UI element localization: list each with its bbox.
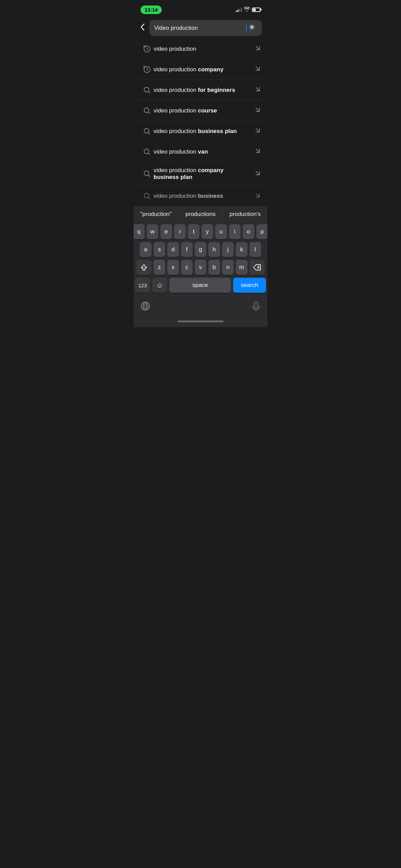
key-z[interactable]: z	[154, 260, 165, 275]
suggestion-text: video production van	[154, 148, 252, 155]
wifi-icon	[244, 7, 250, 12]
key-e[interactable]: e	[160, 224, 172, 239]
search-icon	[141, 170, 154, 178]
microphone-button[interactable]	[252, 301, 260, 313]
key-j[interactable]: j	[222, 242, 234, 257]
search-icon	[141, 192, 154, 200]
home-indicator	[134, 315, 267, 327]
key-h[interactable]: h	[208, 242, 220, 257]
shift-key[interactable]	[136, 260, 151, 275]
key-g[interactable]: g	[195, 242, 206, 257]
key-l[interactable]: l	[250, 242, 261, 257]
key-d[interactable]: d	[167, 242, 179, 257]
signal-icon	[236, 7, 242, 12]
numbers-key[interactable]: 123	[135, 278, 150, 293]
search-input-wrapper[interactable]: Video production	[149, 20, 262, 36]
suggestion-text: video production for beginners	[154, 87, 252, 94]
suggestion-text: video production company	[154, 66, 252, 73]
keyboard-bottom-row	[134, 298, 267, 315]
key-n[interactable]: n	[222, 260, 234, 275]
suggestion-text: video production business	[154, 193, 252, 200]
fill-arrow-icon[interactable]	[255, 193, 260, 200]
search-input[interactable]: Video production	[154, 25, 246, 32]
svg-rect-11	[254, 302, 258, 308]
key-x[interactable]: x	[167, 260, 179, 275]
key-row-zxcv: z x c v b n m	[135, 260, 266, 275]
keyboard-area: "production" productions production's q …	[134, 206, 267, 327]
key-q[interactable]: q	[134, 224, 145, 239]
key-m[interactable]: m	[236, 260, 247, 275]
keyboard-keys: q w e r t y u i o p a s d f g h j k l	[134, 221, 267, 298]
fill-arrow-icon[interactable]	[255, 170, 260, 178]
suggestion-text: video production business plan	[154, 128, 252, 135]
key-v[interactable]: v	[195, 260, 206, 275]
suggestion-text: video production course	[154, 107, 252, 114]
key-u[interactable]: u	[215, 224, 227, 239]
search-bar: Video production	[134, 17, 267, 39]
status-icons	[236, 7, 260, 12]
key-row-asdf: a s d f g h j k l	[135, 242, 266, 257]
key-p[interactable]: p	[256, 224, 267, 239]
suggestion-item[interactable]: video production business	[134, 186, 267, 206]
autocomplete-production-quoted[interactable]: "production"	[134, 207, 178, 221]
status-bar: 13:14	[134, 0, 267, 17]
search-icon	[141, 86, 154, 94]
suggestion-item[interactable]: video production company	[134, 59, 267, 80]
status-time: 13:14	[141, 5, 162, 14]
key-row-bottom: 123 ☺ space search	[135, 278, 266, 293]
suggestion-item[interactable]: video production companybusiness plan	[134, 162, 267, 186]
suggestion-item[interactable]: video production for beginners	[134, 80, 267, 100]
suggestion-text: video production	[154, 46, 252, 52]
delete-key[interactable]	[250, 260, 265, 275]
search-key[interactable]: search	[233, 278, 266, 293]
key-y[interactable]: y	[202, 224, 213, 239]
suggestion-item[interactable]: video production course	[134, 100, 267, 121]
emoji-key[interactable]: ☺	[152, 278, 167, 293]
key-a[interactable]: a	[140, 242, 151, 257]
key-c[interactable]: c	[181, 260, 193, 275]
space-key[interactable]: space	[169, 278, 231, 293]
search-icon	[141, 107, 154, 114]
key-f[interactable]: f	[181, 242, 193, 257]
suggestion-item[interactable]: video production business plan	[134, 121, 267, 142]
key-i[interactable]: i	[229, 224, 241, 239]
key-r[interactable]: r	[174, 224, 186, 239]
fill-arrow-icon[interactable]	[255, 148, 260, 155]
history-icon	[141, 45, 154, 53]
home-indicator-bar	[178, 321, 223, 322]
key-w[interactable]: w	[147, 224, 158, 239]
history-icon	[141, 66, 154, 73]
suggestion-item[interactable]: video production	[134, 39, 267, 59]
fill-arrow-icon[interactable]	[255, 107, 260, 114]
key-row-qwerty: q w e r t y u i o p	[135, 224, 266, 239]
suggestion-item[interactable]: video production van	[134, 142, 267, 162]
autocomplete-row: "production" productions production's	[134, 206, 267, 221]
battery-icon	[252, 8, 260, 12]
key-t[interactable]: t	[188, 224, 199, 239]
suggestion-text: video production companybusiness plan	[154, 167, 252, 181]
globe-button[interactable]	[141, 301, 150, 313]
fill-arrow-icon[interactable]	[255, 66, 260, 73]
fill-arrow-icon[interactable]	[255, 45, 260, 52]
autocomplete-productions-apostrophe[interactable]: production's	[223, 207, 267, 221]
key-s[interactable]: s	[154, 242, 165, 257]
autocomplete-productions[interactable]: productions	[178, 207, 223, 221]
clear-button[interactable]	[247, 23, 257, 33]
fill-arrow-icon[interactable]	[255, 86, 260, 94]
search-icon	[141, 128, 154, 135]
key-b[interactable]: b	[208, 260, 220, 275]
key-k[interactable]: k	[236, 242, 247, 257]
key-o[interactable]: o	[243, 224, 254, 239]
back-button[interactable]	[139, 22, 146, 34]
fill-arrow-icon[interactable]	[255, 128, 260, 135]
suggestions-list: video production video production compan…	[134, 39, 267, 206]
search-icon	[141, 148, 154, 156]
